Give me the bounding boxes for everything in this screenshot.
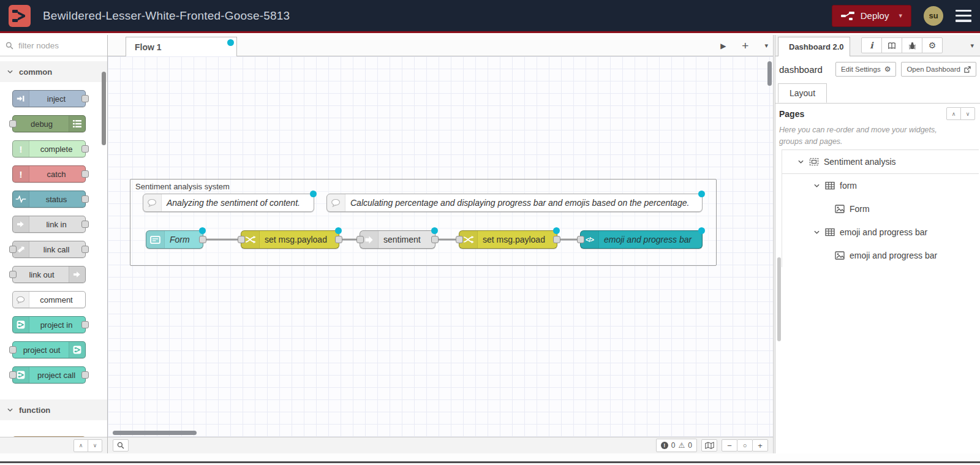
output-port[interactable] bbox=[81, 170, 89, 178]
input-port[interactable] bbox=[9, 271, 17, 278]
flow-status-counts[interactable]: ! 0 ⚠ 0 bbox=[656, 439, 697, 452]
flow-list-chevron-icon[interactable]: ▾ bbox=[764, 42, 768, 50]
comment-bubble-icon bbox=[143, 194, 162, 211]
palette-category-common[interactable]: common bbox=[0, 61, 107, 82]
input-port[interactable] bbox=[356, 236, 364, 243]
input-port[interactable] bbox=[9, 246, 17, 253]
output-port[interactable] bbox=[81, 221, 89, 228]
canvas-vertical-scrollbar[interactable] bbox=[767, 61, 772, 86]
tree-item-widget[interactable]: Form bbox=[782, 197, 979, 221]
palette-collapse-all-button[interactable]: ∧ bbox=[74, 439, 88, 452]
output-port[interactable] bbox=[81, 95, 89, 102]
sentiment-node[interactable]: sentiment bbox=[360, 230, 435, 249]
help-tab-button[interactable] bbox=[881, 37, 902, 53]
palette-node-debug[interactable]: debug bbox=[12, 115, 86, 132]
output-port[interactable] bbox=[81, 145, 89, 153]
main-menu-icon[interactable] bbox=[956, 10, 971, 22]
palette-node-link-out[interactable]: link out bbox=[12, 266, 86, 283]
sidebar-scrollbar[interactable] bbox=[777, 257, 781, 341]
input-port[interactable] bbox=[577, 236, 584, 243]
canvas-search-button[interactable] bbox=[113, 439, 129, 452]
deploy-options-chevron-icon[interactable]: ▾ bbox=[899, 12, 902, 20]
error-icon: ! bbox=[661, 442, 668, 449]
output-port[interactable] bbox=[335, 236, 342, 243]
chevron-down-icon[interactable] bbox=[814, 184, 820, 187]
zoom-in-button[interactable]: + bbox=[752, 439, 768, 452]
palette-node-status[interactable]: status bbox=[12, 191, 86, 208]
expand-all-button[interactable]: ∨ bbox=[960, 107, 975, 120]
chevron-down-icon[interactable] bbox=[814, 230, 820, 234]
palette-node-comment[interactable]: comment bbox=[12, 291, 86, 308]
navigator-button[interactable] bbox=[701, 439, 717, 452]
output-port[interactable] bbox=[199, 236, 206, 243]
sidebar-tabs-chevron-icon[interactable]: ▾ bbox=[970, 35, 974, 56]
change-node[interactable]: set msg.payload bbox=[459, 230, 557, 249]
palette-node-link-in[interactable]: link in bbox=[12, 216, 86, 233]
output-port[interactable] bbox=[553, 236, 560, 243]
debug-tab-button[interactable] bbox=[902, 37, 922, 53]
ui-form-node[interactable]: Form bbox=[146, 230, 203, 249]
tree-item-group[interactable]: emoji and progress bar bbox=[782, 221, 979, 244]
palette-category-function[interactable]: function bbox=[0, 399, 107, 420]
edit-settings-button[interactable]: Edit Settings ⚙ bbox=[835, 62, 896, 77]
inject-icon bbox=[13, 91, 29, 107]
modified-indicator-dot bbox=[227, 39, 234, 46]
tab-dashboard-2[interactable]: Dashboard 2.0 bbox=[778, 37, 850, 56]
palette-node-project-call[interactable]: project call bbox=[12, 366, 86, 384]
chevron-down-icon[interactable] bbox=[798, 160, 804, 164]
input-port[interactable] bbox=[9, 120, 17, 127]
zoom-reset-button[interactable]: ○ bbox=[737, 439, 753, 452]
open-dashboard-button[interactable]: Open Dashboard bbox=[901, 62, 976, 77]
palette-expand-all-button[interactable]: ∨ bbox=[88, 439, 102, 452]
tree-item-group[interactable]: form bbox=[782, 174, 979, 197]
ui-template-node[interactable]: </> emoji and progress bar bbox=[580, 230, 703, 249]
input-port[interactable] bbox=[9, 371, 17, 379]
palette-node-project-in[interactable]: project in bbox=[12, 316, 86, 333]
comment-node[interactable]: Calculating percentage and displaying pr… bbox=[326, 194, 703, 212]
bug-icon bbox=[908, 42, 916, 50]
sidebar-tabbar: Dashboard 2.0 i ⚙ ▾ bbox=[775, 35, 980, 56]
user-avatar[interactable]: su bbox=[924, 6, 943, 26]
comment-node[interactable]: Analyzing the sentiment of content. bbox=[143, 194, 314, 212]
output-port[interactable] bbox=[81, 195, 89, 203]
pages-help-text: Here you can re-order and move your widg… bbox=[779, 124, 949, 148]
canvas-horizontal-scrollbar[interactable] bbox=[113, 431, 197, 435]
run-flows-icon[interactable]: ▶ bbox=[720, 42, 726, 50]
deploy-button[interactable]: Deploy ▾ bbox=[832, 5, 911, 27]
form-icon bbox=[146, 231, 165, 248]
tree-item-widget[interactable]: emoji and progress bar bbox=[782, 244, 979, 267]
output-port[interactable] bbox=[81, 371, 89, 379]
input-port[interactable] bbox=[238, 236, 245, 243]
gear-icon: ⚙ bbox=[884, 65, 891, 74]
filter-nodes-input[interactable] bbox=[17, 40, 93, 51]
catch-icon: ! bbox=[13, 166, 29, 182]
palette-node-complete[interactable]: ! complete bbox=[12, 140, 86, 157]
zoom-out-button[interactable]: − bbox=[722, 439, 737, 452]
info-tab-button[interactable]: i bbox=[861, 37, 882, 53]
tab-flow-1[interactable]: Flow 1 bbox=[126, 37, 237, 56]
output-port[interactable] bbox=[81, 321, 89, 328]
palette-node-link-call[interactable]: link call bbox=[12, 241, 86, 258]
project-in-icon bbox=[13, 317, 29, 333]
palette-search[interactable] bbox=[0, 35, 107, 56]
pages-header: Pages ∧ ∨ bbox=[779, 107, 975, 120]
dashboard-subtabs: Layout bbox=[775, 83, 980, 104]
config-tab-button[interactable]: ⚙ bbox=[922, 37, 943, 53]
input-port[interactable] bbox=[456, 236, 463, 243]
flow-canvas[interactable]: Sentiment analysis system Analyzing the … bbox=[108, 56, 773, 437]
debug-icon bbox=[69, 116, 85, 132]
palette-node-catch[interactable]: ! catch bbox=[12, 165, 86, 183]
change-node[interactable]: set msg.payload bbox=[241, 230, 339, 249]
output-port[interactable] bbox=[431, 236, 439, 243]
add-flow-icon[interactable]: + bbox=[742, 39, 748, 53]
palette-node-project-out[interactable]: project out bbox=[12, 341, 86, 358]
comment-bubble-icon bbox=[327, 194, 345, 211]
palette-scrollbar[interactable] bbox=[102, 72, 106, 145]
comment-bubble-icon bbox=[13, 292, 29, 308]
palette-node-inject[interactable]: inject bbox=[12, 90, 86, 107]
collapse-all-button[interactable]: ∧ bbox=[946, 107, 961, 120]
input-port[interactable] bbox=[9, 346, 17, 353]
tab-layout[interactable]: Layout bbox=[778, 83, 827, 103]
output-port[interactable] bbox=[81, 246, 89, 253]
tree-item-page[interactable]: Sentiment analysis bbox=[782, 150, 979, 174]
